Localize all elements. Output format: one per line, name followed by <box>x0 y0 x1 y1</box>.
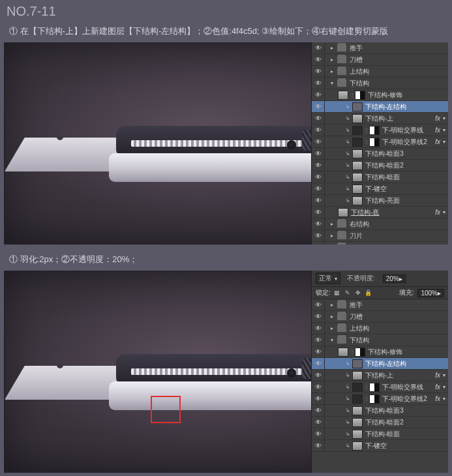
mask-link-icon[interactable]: ⋮ <box>350 349 354 355</box>
visibility-eye-icon[interactable]: 👁 <box>312 78 325 89</box>
visibility-eye-icon[interactable]: 👁 <box>312 125 325 136</box>
layer-name[interactable]: 右结构 <box>348 220 445 229</box>
visibility-eye-icon[interactable]: 👁 <box>312 428 325 440</box>
layer-name[interactable]: 刀槽 <box>348 312 445 321</box>
visibility-eye-icon[interactable]: 👁 <box>312 230 325 242</box>
layer-name[interactable]: 下结构 <box>348 336 445 345</box>
layer-name[interactable]: 刀片 <box>348 231 445 241</box>
mask-link-icon[interactable]: ⋮ <box>364 384 368 390</box>
layer-row[interactable]: 👁↳下结构-亮面 <box>312 195 448 207</box>
fx-badge[interactable]: fx <box>434 115 442 122</box>
disclosure-closed-icon[interactable]: ▸ <box>329 325 335 331</box>
visibility-eye-icon[interactable]: 👁 <box>312 299 325 311</box>
layer-name[interactable]: 下-明暗交界线2 <box>381 138 434 147</box>
layer-row[interactable]: 👁↳下-镂空 <box>312 183 448 195</box>
layer-row[interactable]: 👁↳下结构-暗面 <box>312 428 448 440</box>
visibility-eye-icon[interactable]: 👁 <box>312 370 325 381</box>
fill-input[interactable]: 100% ▸ <box>417 289 444 297</box>
layer-name[interactable]: 下结构-修饰 <box>367 348 445 357</box>
layer-row[interactable]: 👁↳下-镂空 <box>312 440 448 452</box>
layer-row[interactable]: 👁▾下结构 <box>312 335 448 346</box>
layer-row[interactable]: 👁↳⋮下-明暗交界线2fx▾ <box>312 136 448 148</box>
layer-thumbnail[interactable] <box>352 394 363 404</box>
mask-link-icon[interactable]: ⋮ <box>364 127 368 133</box>
disclosure-open-icon[interactable]: ▾ <box>329 337 335 343</box>
layer-thumbnail[interactable] <box>338 91 348 100</box>
fx-chevron-icon[interactable]: ▾ <box>442 384 445 390</box>
disclosure-closed-icon[interactable]: ▸ <box>329 302 335 308</box>
layer-name[interactable]: 下-镂空 <box>364 185 445 194</box>
visibility-eye-icon[interactable]: 👁 <box>312 101 325 113</box>
visibility-eye-icon[interactable]: 👁 <box>312 358 325 370</box>
layer-name[interactable]: 上结构 <box>348 67 445 76</box>
layer-row[interactable]: 👁↳下结构-暗面2 <box>312 160 448 171</box>
layer-thumbnail[interactable] <box>352 371 363 380</box>
layer-row[interactable]: 👁▸右结构 <box>312 218 448 230</box>
layer-name[interactable]: 下结构-左结构 <box>364 359 445 368</box>
visibility-eye-icon[interactable]: 👁 <box>312 405 325 417</box>
layer-name[interactable]: 上结构 <box>348 324 445 333</box>
layer-row[interactable]: 👁▸阴影 <box>312 242 448 245</box>
layer-name[interactable]: 下结构-修饰 <box>367 91 445 100</box>
layer-name[interactable]: 下结构 <box>348 79 445 88</box>
visibility-eye-icon[interactable]: 👁 <box>312 195 325 207</box>
visibility-eye-icon[interactable]: 👁 <box>312 323 325 335</box>
layer-row[interactable]: 👁↳下结构-上fx▾ <box>312 370 448 381</box>
layer-name[interactable]: 阴影 <box>348 243 445 245</box>
blend-mode-dropdown[interactable]: 正常 ▾ <box>316 273 340 284</box>
layer-name[interactable]: 下结构-底 <box>350 208 434 217</box>
visibility-eye-icon[interactable]: 👁 <box>312 66 325 78</box>
layer-name[interactable]: 下-明暗交界线2 <box>381 394 434 404</box>
layer-row[interactable]: 👁▾下结构 <box>312 78 448 89</box>
fx-chevron-icon[interactable]: ▾ <box>442 396 445 402</box>
layer-list-2[interactable]: 👁▸推手👁▸刀槽👁▸上结构👁▾下结构👁⋮下结构-修饰👁↳下结构-左结构👁↳下结构… <box>312 299 448 452</box>
layer-row[interactable]: 👁▸推手 <box>312 42 448 54</box>
lock-move-icon[interactable]: ✥ <box>354 289 362 297</box>
visibility-eye-icon[interactable]: 👁 <box>312 335 325 346</box>
mask-thumbnail[interactable] <box>355 91 365 100</box>
opacity-input[interactable]: 20% ▸ <box>383 275 406 283</box>
layer-thumbnail[interactable] <box>352 114 363 123</box>
layer-name[interactable]: 推手 <box>348 301 445 310</box>
layer-row[interactable]: 👁⋮下结构-修饰 <box>312 346 448 358</box>
lock-brush-icon[interactable]: ✎ <box>344 289 352 297</box>
layer-name[interactable]: 下结构-上 <box>364 371 434 380</box>
layer-row[interactable]: 👁↳下结构-暗面 <box>312 171 448 183</box>
mask-thumbnail[interactable] <box>369 394 380 404</box>
layer-name[interactable]: 下结构-暗面2 <box>364 418 445 427</box>
layer-row[interactable]: 👁↳下结构-左结构 <box>312 101 448 113</box>
layer-thumbnail[interactable] <box>352 359 363 368</box>
visibility-eye-icon[interactable]: 👁 <box>312 393 325 405</box>
fx-badge[interactable]: fx <box>434 138 442 145</box>
mask-thumbnail[interactable] <box>369 126 380 135</box>
fx-chevron-icon[interactable]: ▾ <box>442 139 445 145</box>
layer-row[interactable]: 👁↳下结构-暗面3 <box>312 405 448 417</box>
layer-thumbnail[interactable] <box>352 126 363 135</box>
layer-row[interactable]: 👁↳下结构-暗面2 <box>312 417 448 428</box>
visibility-eye-icon[interactable]: 👁 <box>312 183 325 195</box>
layer-row[interactable]: 👁▸刀片 <box>312 230 448 242</box>
layer-name[interactable]: 刀槽 <box>348 55 445 65</box>
layer-row[interactable]: 👁↳下结构-左结构 <box>312 358 448 370</box>
visibility-eye-icon[interactable]: 👁 <box>312 42 325 54</box>
visibility-eye-icon[interactable]: 👁 <box>312 417 325 428</box>
visibility-eye-icon[interactable]: 👁 <box>312 440 325 452</box>
layer-row[interactable]: 👁↳下结构-暗面3 <box>312 148 448 160</box>
fx-badge[interactable]: fx <box>434 126 442 134</box>
layer-row[interactable]: 👁↳⋮下-明暗交界线fx▾ <box>312 381 448 393</box>
layer-name[interactable]: 下结构-暗面3 <box>364 406 445 415</box>
layer-name[interactable]: 推手 <box>348 44 445 53</box>
mask-thumbnail[interactable] <box>369 138 380 147</box>
visibility-eye-icon[interactable]: 👁 <box>312 242 325 245</box>
layer-name[interactable]: 下-明暗交界线 <box>381 126 434 135</box>
layer-row[interactable]: 👁▸推手 <box>312 299 448 311</box>
disclosure-closed-icon[interactable]: ▸ <box>329 57 335 63</box>
layer-row[interactable]: 👁▸刀槽 <box>312 54 448 66</box>
visibility-eye-icon[interactable]: 👁 <box>312 113 325 125</box>
layer-row[interactable]: 👁⋮下结构-修饰 <box>312 89 448 101</box>
layer-name[interactable]: 下结构-暗面 <box>364 173 445 182</box>
layer-thumbnail[interactable] <box>352 161 363 170</box>
layer-row[interactable]: 👁▸上结构 <box>312 66 448 78</box>
layer-name[interactable]: 下结构-亮面 <box>364 196 445 205</box>
disclosure-closed-icon[interactable]: ▸ <box>329 314 335 320</box>
